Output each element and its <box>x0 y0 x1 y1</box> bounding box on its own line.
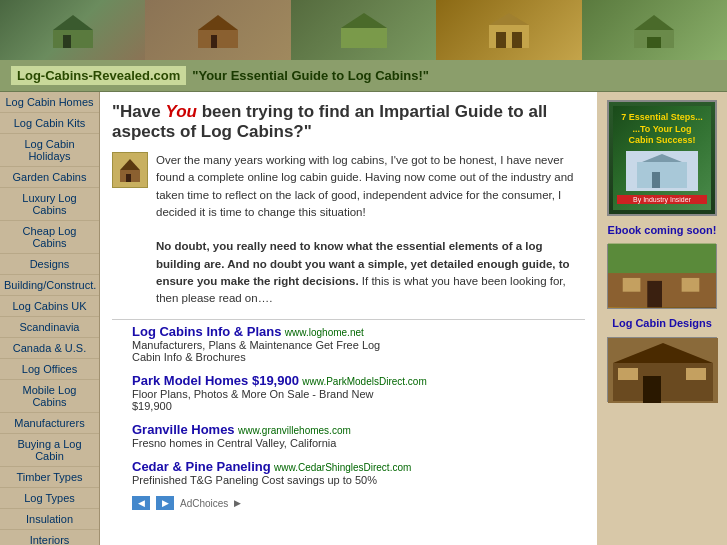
sidebar-item-timber-types[interactable]: Timber Types <box>0 467 99 488</box>
sidebar-item-mobile-log-cabins[interactable]: Mobile Log Cabins <box>0 380 99 413</box>
svg-marker-7 <box>341 13 387 28</box>
ad-block-0: Log Cabins Info & Plans www.loghome.net … <box>112 324 585 363</box>
logo-bar: Log-Cabins-Revealed.com "Your Essential … <box>0 60 727 92</box>
book-title-line3: Cabin Success! <box>628 135 695 145</box>
ad-desc-0: Manufacturers, Plans & Maintenance Get F… <box>132 339 585 363</box>
header-img-4 <box>436 0 581 60</box>
sidebar-item-log-cabin-holidays[interactable]: Log Cabin Holidays <box>0 134 99 167</box>
ad-url-0: www.loghome.net <box>285 327 364 338</box>
ad-desc-0-line2: Cabin Info & Brochures <box>132 351 246 363</box>
svg-rect-18 <box>637 162 687 188</box>
header-img-2 <box>145 0 290 60</box>
svg-marker-19 <box>642 154 682 162</box>
svg-marker-1 <box>53 15 93 30</box>
sidebar-item-building[interactable]: Building/Construct. <box>0 275 99 296</box>
svg-marker-13 <box>634 15 674 30</box>
sidebar-item-luxury-log-cabins[interactable]: Luxury Log Cabins <box>0 188 99 221</box>
log-cabin-designs-label[interactable]: Log Cabin Designs <box>612 317 712 329</box>
header-images <box>0 0 727 60</box>
intro-p1: Over the many years working with log cab… <box>156 154 573 218</box>
ad-choices-label: AdChoices <box>180 498 228 509</box>
sidebar: Log Cabin Homes Log Cabin Kits Log Cabin… <box>0 92 100 545</box>
sidebar-item-log-cabins-uk[interactable]: Log Cabins UK <box>0 296 99 317</box>
svg-rect-26 <box>608 244 716 273</box>
cabin-photo-2 <box>607 337 717 402</box>
svg-marker-9 <box>489 13 529 25</box>
ad-title-0[interactable]: Log Cabins Info & Plans <box>132 324 282 339</box>
ad-desc-3: Prefinished T&G Paneling Cost savings up… <box>132 474 585 486</box>
promo-book: 7 Essential Steps... ...To Your Log Cabi… <box>607 100 717 216</box>
ad-title-2[interactable]: Granville Homes <box>132 422 235 437</box>
cabin-icon <box>112 152 148 188</box>
ad-desc-3-line1: Prefinished T&G Paneling Cost savings up… <box>132 474 377 486</box>
sidebar-item-garden-cabins[interactable]: Garden Cabins <box>0 167 99 188</box>
right-sidebar: 7 Essential Steps... ...To Your Log Cabi… <box>597 92 727 545</box>
ad-choices-icon: ▶ <box>234 498 241 508</box>
svg-rect-23 <box>647 281 662 308</box>
header-img-1 <box>0 0 145 60</box>
svg-rect-10 <box>496 32 506 48</box>
main-heading: "Have You been trying to find an Imparti… <box>112 102 585 142</box>
ad-desc-2-line1: Fresno homes in Central Valley, Californ… <box>132 437 336 449</box>
ad-desc-1-line2: $19,900 <box>132 400 172 412</box>
ad-url-2: www.granvillehomes.com <box>238 425 351 436</box>
svg-rect-11 <box>512 32 522 48</box>
divider <box>112 319 585 320</box>
content-area: "Have You been trying to find an Imparti… <box>100 92 597 545</box>
ad-block-1: Park Model Homes $19,900 www.ParkModelsD… <box>112 373 585 412</box>
svg-rect-8 <box>489 25 529 48</box>
intro-paragraph: Over the many years working with log cab… <box>156 152 585 307</box>
svg-rect-32 <box>686 368 706 380</box>
ad-block-3: Cedar & Pine Paneling www.CedarShinglesD… <box>112 459 585 486</box>
ad-desc-0-line1: Manufacturers, Plans & Maintenance Get F… <box>132 339 380 351</box>
ad-prev-arrow[interactable]: ◀ <box>132 496 150 510</box>
tagline: "Your Essential Guide to Log Cabins!" <box>192 68 429 83</box>
svg-rect-17 <box>126 174 131 182</box>
svg-rect-2 <box>63 35 71 48</box>
main-layout: Log Cabin Homes Log Cabin Kits Log Cabin… <box>0 92 727 545</box>
svg-rect-24 <box>623 278 641 292</box>
book-image <box>626 151 698 191</box>
cabin-photo-1 <box>607 244 717 309</box>
svg-rect-3 <box>198 30 238 48</box>
sidebar-item-insulation[interactable]: Insulation <box>0 509 99 530</box>
sidebar-item-interiors[interactable]: Interiors <box>0 530 99 545</box>
sidebar-item-designs[interactable]: Designs <box>0 254 99 275</box>
svg-rect-30 <box>643 376 661 403</box>
book-inner: 7 Essential Steps... ...To Your Log Cabi… <box>613 106 711 210</box>
book-title-line1: 7 Essential Steps... <box>621 112 703 122</box>
svg-marker-4 <box>198 15 238 30</box>
header-img-3 <box>291 0 436 60</box>
sidebar-item-log-cabin-kits[interactable]: Log Cabin Kits <box>0 113 99 134</box>
ad-desc-2: Fresno homes in Central Valley, Californ… <box>132 437 585 449</box>
sidebar-item-cheap-log-cabins[interactable]: Cheap Log Cabins <box>0 221 99 254</box>
heading-prefix: "Have <box>112 102 165 121</box>
ebook-coming-soon-label[interactable]: Ebook coming soon! <box>608 224 717 236</box>
svg-marker-16 <box>120 159 140 170</box>
sidebar-item-log-cabin-homes[interactable]: Log Cabin Homes <box>0 92 99 113</box>
ad-next-arrow[interactable]: ▶ <box>156 496 174 510</box>
svg-rect-14 <box>647 37 661 48</box>
ad-title-3[interactable]: Cedar & Pine Paneling <box>132 459 271 474</box>
ad-url-1: www.ParkModelsDirect.com <box>302 376 426 387</box>
sidebar-item-log-offices[interactable]: Log Offices <box>0 359 99 380</box>
svg-rect-5 <box>211 35 217 48</box>
sidebar-item-log-types[interactable]: Log Types <box>0 488 99 509</box>
sidebar-item-manufacturers[interactable]: Manufacturers <box>0 413 99 434</box>
intro-block: Over the many years working with log cab… <box>112 152 585 307</box>
sidebar-item-canada-us[interactable]: Canada & U.S. <box>0 338 99 359</box>
header-img-5 <box>582 0 727 60</box>
site-name[interactable]: Log-Cabins-Revealed.com <box>10 65 187 86</box>
book-title-line2: ...To Your Log <box>633 124 692 134</box>
sidebar-item-scandinavia[interactable]: Scandinavia <box>0 317 99 338</box>
svg-rect-0 <box>53 30 93 48</box>
ad-title-1[interactable]: Park Model Homes $19,900 <box>132 373 299 388</box>
sidebar-item-buying-log-cabin[interactable]: Buying a Log Cabin <box>0 434 99 467</box>
svg-rect-20 <box>652 172 660 188</box>
ad-footer: ◀ ▶ AdChoices ▶ <box>112 496 585 510</box>
ad-block-2: Granville Homes www.granvillehomes.com F… <box>112 422 585 449</box>
heading-em: You <box>165 102 196 121</box>
svg-rect-6 <box>341 28 387 48</box>
ad-desc-1: Floor Plans, Photos & More On Sale - Bra… <box>132 388 585 412</box>
book-title: 7 Essential Steps... ...To Your Log Cabi… <box>617 112 707 147</box>
